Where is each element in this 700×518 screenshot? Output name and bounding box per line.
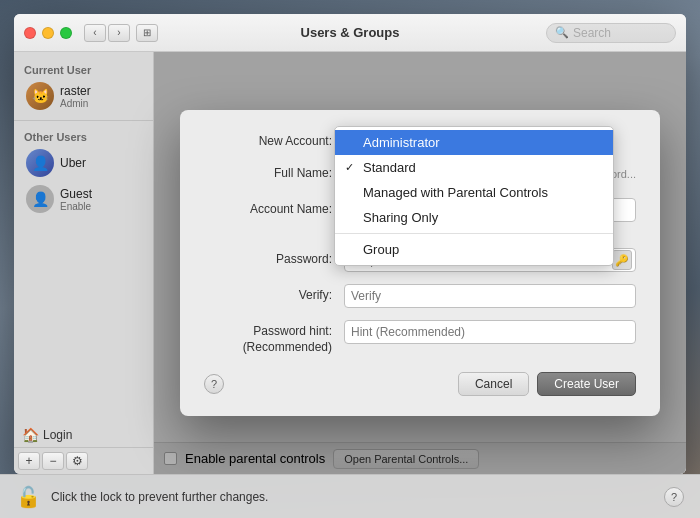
dropdown-item-administrator-label: Administrator xyxy=(363,135,440,150)
sidebar-controls: + − ⚙ xyxy=(14,447,153,474)
search-icon: 🔍 xyxy=(555,26,569,39)
main-panel: Enable parental controls Open Parental C… xyxy=(154,52,686,474)
lock-icon[interactable]: 🔓 xyxy=(16,485,41,509)
hint-label-main: Password hint: xyxy=(253,324,332,338)
account-type-dropdown: Administrator ✓ Standard Managed with Pa… xyxy=(334,126,614,266)
new-account-field-wrapper: Administrator ▼ Administrator ✓ St xyxy=(344,130,636,150)
guest-text: Guest Enable xyxy=(60,187,141,212)
dropdown-item-standard-label: Standard xyxy=(363,160,416,175)
password-label: Password: xyxy=(204,248,344,266)
sidebar: Current User 🐱 raster Admin Other Users … xyxy=(14,52,154,474)
uber-avatar: 👤 xyxy=(26,149,54,177)
maximize-button[interactable] xyxy=(60,27,72,39)
sidebar-item-guest[interactable]: 👤 Guest Enable xyxy=(18,181,149,217)
dropdown-item-managed-label: Managed with Parental Controls xyxy=(363,185,548,200)
content-area: Current User 🐱 raster Admin Other Users … xyxy=(14,52,686,474)
dropdown-item-group[interactable]: Group xyxy=(335,237,613,262)
full-name-label: Full Name: xyxy=(204,162,344,180)
verify-label: Verify: xyxy=(204,284,344,302)
sidebar-item-uber[interactable]: 👤 Uber xyxy=(18,145,149,181)
uber-name: Uber xyxy=(60,156,141,170)
minimize-button[interactable] xyxy=(42,27,54,39)
create-user-modal: New Account: Administrator ▼ Administrat… xyxy=(180,110,660,415)
account-name-label: Account Name: xyxy=(204,198,344,216)
verify-row: Verify: xyxy=(204,284,636,308)
new-account-label: New Account: xyxy=(204,130,344,148)
current-user-section-label: Current User xyxy=(14,60,153,78)
lock-text: Click the lock to prevent further change… xyxy=(51,490,268,504)
guest-name: Guest xyxy=(60,187,141,201)
dropdown-item-managed[interactable]: Managed with Parental Controls xyxy=(335,180,613,205)
traffic-lights xyxy=(24,27,72,39)
verify-field-wrapper xyxy=(344,284,636,308)
back-button[interactable]: ‹ xyxy=(84,24,106,42)
password-button[interactable]: ord... xyxy=(611,168,636,180)
dropdown-separator xyxy=(335,233,613,234)
login-label: Login xyxy=(43,428,72,442)
forward-button[interactable]: › xyxy=(108,24,130,42)
current-user-name: raster xyxy=(60,84,141,98)
login-item[interactable]: 🏠 Login xyxy=(14,423,153,447)
guest-role: Enable xyxy=(60,201,141,212)
nav-buttons: ‹ › xyxy=(84,24,130,42)
dropdown-item-sharing-label: Sharing Only xyxy=(363,210,438,225)
checkmark-icon: ✓ xyxy=(345,161,354,174)
close-button[interactable] xyxy=(24,27,36,39)
grid-button[interactable]: ⊞ xyxy=(136,24,158,42)
window-title: Users & Groups xyxy=(301,25,400,40)
home-icon: 🏠 xyxy=(22,427,39,443)
dropdown-item-standard[interactable]: ✓ Standard xyxy=(335,155,613,180)
hint-field-wrapper xyxy=(344,320,636,344)
dropdown-item-group-label: Group xyxy=(363,242,399,257)
main-window: ‹ › ⊞ Users & Groups 🔍 Search Current Us… xyxy=(14,14,686,474)
dropdown-item-administrator[interactable]: Administrator xyxy=(335,130,613,155)
new-account-row: New Account: Administrator ▼ Administrat… xyxy=(204,130,636,150)
verify-input[interactable] xyxy=(344,284,636,308)
uber-text: Uber xyxy=(60,156,141,170)
settings-button[interactable]: ⚙ xyxy=(66,452,88,470)
cancel-button[interactable]: Cancel xyxy=(458,372,529,396)
current-user-avatar: 🐱 xyxy=(26,82,54,110)
titlebar: ‹ › ⊞ Users & Groups 🔍 Search xyxy=(14,14,686,52)
key-icon[interactable]: 🔑 xyxy=(612,250,632,270)
modal-buttons: ? Cancel Create User xyxy=(204,372,636,396)
hint-label-sub: (Recommended) xyxy=(243,340,332,354)
remove-user-button[interactable]: − xyxy=(42,452,64,470)
sidebar-divider xyxy=(14,120,153,121)
current-user-text: raster Admin xyxy=(60,84,141,109)
hint-input[interactable] xyxy=(344,320,636,344)
other-users-section-label: Other Users xyxy=(14,127,153,145)
add-user-button[interactable]: + xyxy=(18,452,40,470)
search-box[interactable]: 🔍 Search xyxy=(546,23,676,43)
current-user-item[interactable]: 🐱 raster Admin xyxy=(18,78,149,114)
password-hint-row: Password hint: (Recommended) xyxy=(204,320,636,355)
dropdown-item-sharing[interactable]: Sharing Only xyxy=(335,205,613,230)
help-button[interactable]: ? xyxy=(204,374,224,394)
guest-avatar: 👤 xyxy=(26,185,54,213)
search-placeholder: Search xyxy=(573,26,611,40)
bottom-bar: 🔓 Click the lock to prevent further chan… xyxy=(0,474,700,518)
create-user-button[interactable]: Create User xyxy=(537,372,636,396)
hint-label: Password hint: (Recommended) xyxy=(204,320,344,355)
bottom-help-button[interactable]: ? xyxy=(664,487,684,507)
modal-overlay: New Account: Administrator ▼ Administrat… xyxy=(154,52,686,474)
current-user-role: Admin xyxy=(60,98,141,109)
